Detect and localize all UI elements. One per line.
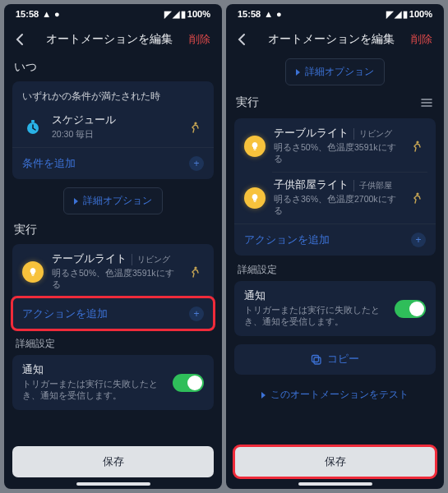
action-row-2[interactable]: 子供部屋ライト 子供部屋 明るさ36%、色温度2700kにする [234,172,436,223]
back-icon[interactable] [234,31,251,48]
delete-button[interactable]: 削除 [411,32,436,47]
section-run-title: 実行 [236,94,436,112]
action-2-room: 子供部屋 [353,180,392,191]
notify-toggle[interactable] [173,374,204,392]
notify-sub: トリガーまたは実行に失敗したとき、通知を受信します。 [22,379,164,402]
action-1-sub: 明るさ50%、色温度3591kにする [274,142,400,165]
when-card: いずれかの条件が満たされた時 スケジュール 20:30 毎日 条件を追加 + [12,81,214,179]
status-icon-chat: ● [54,9,60,19]
svg-rect-7 [254,200,256,201]
advanced-options-label: 詳細オプション [305,65,374,79]
status-battery-pct: 100% [187,9,210,19]
test-label: このオートメーションをテスト [270,388,409,402]
add-action-button[interactable]: アクションを追加 + [234,223,436,256]
phone-right: 15:58 ▲ ● ◤ ◢ ▮ 100% オートメーションを編集 削除 詳細オプ… [226,4,444,489]
when-card-head: いずれかの条件が満たされた時 [12,83,214,107]
svg-rect-10 [312,355,319,362]
status-icon-app: ▲ [42,9,51,19]
person-run-icon [186,265,204,279]
notify-title: 通知 [22,363,164,377]
action-row-1[interactable]: テーブルライト リビング 明るさ50%、色温度3591kにする [234,120,436,172]
action-2-sub: 明るさ36%、色温度2700kにする [274,194,400,217]
svg-rect-5 [254,149,256,150]
bulb-icon [244,187,266,209]
action-1-room: リビング [132,254,170,265]
chevron-right-icon [261,392,266,399]
status-bar: 15:58 ▲ ● ◤ ◢ ▮ 100% [226,4,444,24]
scroll-area[interactable]: 詳細オプション 実行 テーブルライト リビング 明るさ50%、色温度3591kに… [226,55,444,440]
bulb-icon [22,261,44,283]
copy-button[interactable]: コピー [234,344,436,375]
advanced-options-button[interactable]: 詳細オプション [63,187,163,214]
save-button[interactable]: 保存 [12,446,214,477]
phone-left: 15:58 ▲ ● ◤ ◢ ▮ 100% オートメーションを編集 削除 いつ い… [4,4,222,489]
bulb-icon [244,136,266,157]
person-run-icon [408,191,426,205]
status-signal-icon: ◢ [173,9,179,20]
save-bar: 保存 [4,440,222,489]
person-run-icon [408,140,426,153]
copy-label: コピー [327,352,359,366]
add-action-label: アクションを追加 [244,233,330,247]
svg-rect-9 [314,357,321,364]
notify-card: 通知 トリガーまたは実行に失敗したとき、通知を受信します。 [12,355,214,410]
plus-icon: + [411,233,426,247]
copy-icon [311,354,322,366]
page-title: オートメーションを編集 [34,32,184,47]
status-bar: 15:58 ▲ ● ◤ ◢ ▮ 100% [4,4,222,24]
notify-card: 通知 トリガーまたは実行に失敗したとき、通知を受信します。 [234,281,436,336]
scroll-area[interactable]: いつ いずれかの条件が満たされた時 スケジュール 20:30 毎日 条件を追加 … [4,55,222,440]
status-battery-icon: ▮ [181,9,186,20]
status-battery-icon: ▮ [403,9,408,20]
notify-title: 通知 [244,289,386,303]
action-1-title: テーブルライト [52,252,127,266]
schedule-row[interactable]: スケジュール 20:30 毎日 [12,107,214,147]
status-wifi-icon: ◤ [386,9,393,20]
save-button[interactable]: 保存 [234,446,436,477]
status-icon-chat: ● [276,9,282,19]
test-automation-button[interactable]: このオートメーションをテスト [234,381,436,410]
details-label: 詳細設定 [16,338,214,350]
back-icon[interactable] [12,31,29,48]
page-title: オートメーションを編集 [256,32,406,47]
action-1-title: テーブルライト [274,127,349,141]
save-bar: 保存 [226,440,444,489]
status-signal-icon: ◢ [395,9,401,20]
schedule-sub: 20:30 毎日 [52,129,178,141]
actions-card: テーブルライト リビング 明るさ50%、色温度3591kにする アクションを追加… [12,244,214,329]
svg-point-8 [416,192,418,195]
add-condition-label: 条件を追加 [22,157,76,171]
svg-point-4 [194,266,196,269]
advanced-options-label: 詳細オプション [83,194,152,208]
action-1-sub: 明るさ50%、色温度3591kにする [52,268,178,291]
home-indicator [298,482,372,486]
actions-card: テーブルライト リビング 明るさ50%、色温度3591kにする 子供部屋ライト … [234,118,436,256]
add-action-button[interactable]: アクションを追加 + [12,297,214,329]
person-run-icon [186,121,204,134]
svg-rect-1 [31,120,35,122]
status-battery-pct: 100% [409,9,432,19]
sort-icon[interactable] [418,94,436,112]
status-time: 15:58 [238,9,261,19]
notify-toggle[interactable] [395,300,426,318]
home-indicator [76,482,150,486]
chevron-right-icon [74,198,78,205]
schedule-title: スケジュール [52,113,116,127]
section-when-title: いつ [14,60,214,75]
action-row-1[interactable]: テーブルライト リビング 明るさ50%、色温度3591kにする [12,246,214,297]
delete-button[interactable]: 削除 [189,32,214,47]
status-icon-app: ▲ [264,9,273,19]
plus-icon: + [189,156,204,171]
header: オートメーションを編集 削除 [4,24,222,55]
add-condition-button[interactable]: 条件を追加 + [12,147,214,179]
svg-point-2 [194,122,196,124]
advanced-options-button[interactable]: 詳細オプション [285,58,385,85]
svg-point-6 [416,141,418,143]
section-run-title: 実行 [14,223,214,237]
notify-sub: トリガーまたは実行に失敗したとき、通知を受信します。 [244,305,386,328]
plus-icon: + [189,306,204,321]
status-time: 15:58 [16,9,39,19]
clock-icon [22,117,44,138]
details-label: 詳細設定 [238,264,436,276]
svg-rect-3 [32,274,35,275]
